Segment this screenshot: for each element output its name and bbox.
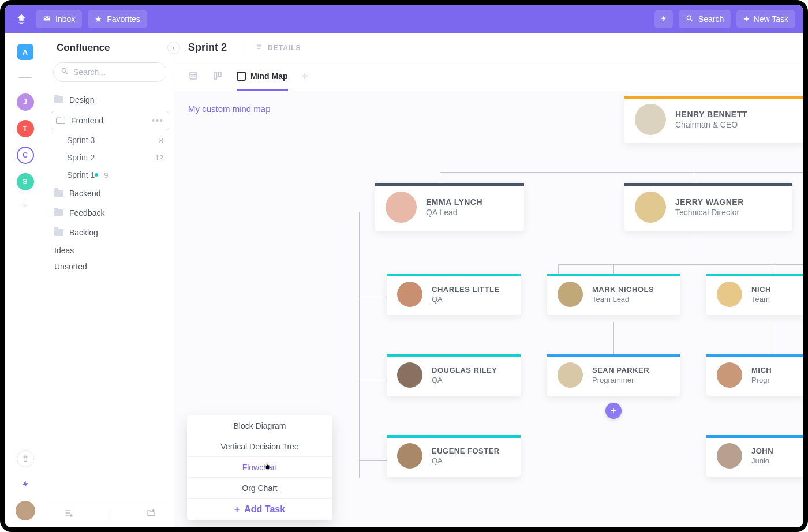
org-card[interactable]: MICHProgr — [706, 354, 803, 396]
sidebar-item-ideas[interactable]: Ideas — [46, 242, 174, 258]
new-task-label: New Task — [754, 14, 788, 24]
bolt-icon — [660, 14, 667, 24]
svg-rect-14 — [190, 72, 197, 79]
avatar — [558, 362, 583, 388]
menu-item-vertical-decision-tree[interactable]: Vertical Decision Tree — [187, 436, 332, 457]
avatar — [635, 104, 666, 135]
trash-icon[interactable] — [17, 450, 34, 467]
workspace-avatar-s[interactable]: S — [17, 173, 34, 190]
sidebar-footer: | — [46, 500, 174, 527]
org-card-root[interactable]: HENRY BENNETT Chairman & CEO — [624, 96, 803, 143]
sidebar-item-sprint-1[interactable]: Sprint 1 9 — [46, 166, 174, 183]
main: Sprint 2 DETAILS — [174, 33, 803, 527]
rail-collapse-icon[interactable]: — — [19, 69, 32, 84]
add-folder-icon[interactable] — [146, 508, 156, 520]
add-list-icon[interactable] — [63, 508, 74, 520]
sidebar-item-unsorted[interactable]: Unsorted — [46, 258, 174, 275]
add-workspace-icon[interactable]: + — [22, 200, 28, 212]
search-input[interactable] — [73, 68, 174, 77]
user-avatar[interactable] — [16, 501, 35, 520]
page-title: Sprint 2 — [188, 42, 227, 54]
svg-point-0 — [687, 16, 691, 20]
menu-item-org-chart[interactable]: Org Chart — [187, 478, 332, 499]
view-tabs: Mind Map + — [174, 62, 803, 91]
main-header: Sprint 2 DETAILS — [174, 33, 803, 62]
space-rail: A — J T C S + — [5, 33, 46, 527]
avatar — [397, 362, 422, 388]
org-role: Chairman & CEO — [675, 120, 747, 129]
search-icon — [686, 14, 694, 24]
workspace-avatar-j[interactable]: J — [17, 93, 34, 111]
org-card[interactable]: EUGENE FOSTERQA — [387, 435, 521, 477]
sidebar-item-frontend[interactable]: Frontend ••• — [51, 111, 169, 130]
org-card[interactable]: NICHTeam — [706, 274, 803, 315]
org-card[interactable]: CHARLES LITTLEQA — [387, 274, 521, 315]
avatar — [635, 192, 666, 223]
mindmap-canvas[interactable]: My custom mind map — [174, 91, 803, 527]
inbox-label: Inbox — [55, 14, 75, 24]
mindmap-title[interactable]: My custom mind map — [188, 104, 271, 114]
sidebar-item-backend[interactable]: Backend — [46, 183, 174, 203]
space-badge[interactable]: A — [17, 44, 33, 60]
org-card[interactable]: SEAN PARKERProgrammer — [547, 354, 680, 396]
bolt-button[interactable] — [654, 10, 673, 28]
inbox-button[interactable]: Inbox — [36, 10, 82, 28]
details-button[interactable]: DETAILS — [255, 43, 301, 52]
svg-rect-18 — [219, 72, 222, 77]
org-card[interactable]: JOHNJunio — [706, 435, 803, 477]
topbar: Inbox ★ Favorites Search + New Task — [5, 5, 803, 33]
activity-dot-icon — [95, 173, 98, 177]
sidebar-item-feedback[interactable]: Feedback — [46, 203, 174, 223]
folder-icon — [54, 209, 63, 216]
favorites-label: Favorites — [107, 14, 140, 24]
svg-line-3 — [66, 72, 68, 74]
search-input-wrap[interactable] — [53, 62, 167, 82]
board-view-icon — [212, 70, 223, 83]
mindmap-icon — [237, 72, 246, 81]
add-view-button[interactable]: + — [302, 70, 309, 83]
menu-add-task[interactable]: + Add Task — [187, 499, 332, 520]
org-name: HENRY BENNETT — [675, 110, 747, 119]
sidebar-item-sprint-2[interactable]: Sprint 2 12 — [46, 149, 174, 166]
tab-list[interactable] — [188, 62, 199, 91]
sidebar-item-design[interactable]: Design — [46, 90, 174, 110]
org-card[interactable]: DOUGLAS RILEYQA — [387, 354, 521, 396]
list-view-icon — [188, 70, 199, 83]
sidebar-nav: Design Frontend ••• Sprint 3 8 Sprint 2 … — [46, 88, 174, 277]
star-icon: ★ — [95, 14, 102, 24]
org-card[interactable]: EMMA LYNCHQA Lead — [375, 183, 524, 231]
folder-icon — [54, 96, 63, 103]
menu-item-flowchart[interactable]: Flowchart — [187, 457, 332, 478]
more-icon[interactable]: ••• — [152, 116, 164, 125]
workspace-avatar-c[interactable]: C — [17, 147, 34, 164]
org-card[interactable]: JERRY WAGNERTechnical Director — [624, 183, 792, 231]
avatar — [397, 443, 422, 469]
sidebar-item-sprint-3[interactable]: Sprint 3 8 — [46, 132, 174, 149]
sidebar-title: Confluence — [57, 42, 110, 54]
search-icon — [61, 67, 69, 77]
plus-icon: + — [743, 14, 749, 24]
menu-item-block-diagram[interactable]: Block Diagram — [187, 415, 332, 436]
app-logo-icon — [13, 10, 30, 28]
avatar — [717, 443, 742, 469]
search-label: Search — [698, 14, 724, 24]
pointer-cursor-icon — [263, 460, 273, 474]
tab-mindmap[interactable]: Mind Map — [237, 63, 288, 91]
bolt-rail-icon[interactable] — [17, 475, 34, 493]
workspace-avatar-t[interactable]: T — [17, 120, 34, 137]
org-card[interactable]: MARK NICHOLSTeam Lead — [547, 274, 680, 315]
sidebar-item-backlog[interactable]: Backlog — [46, 223, 174, 242]
new-task-button[interactable]: + New Task — [736, 10, 795, 28]
avatar — [386, 192, 417, 223]
avatar — [397, 282, 422, 307]
add-node-button[interactable]: + — [605, 403, 622, 419]
folder-icon — [54, 229, 63, 236]
details-icon — [255, 43, 263, 52]
tab-board[interactable] — [212, 62, 223, 91]
chart-type-menu: Block Diagram Vertical Decision Tree Flo… — [187, 415, 332, 520]
inbox-icon — [43, 14, 51, 24]
avatar — [717, 282, 742, 307]
search-button[interactable]: Search — [679, 10, 731, 28]
svg-point-2 — [62, 68, 66, 72]
favorites-button[interactable]: ★ Favorites — [88, 10, 147, 28]
